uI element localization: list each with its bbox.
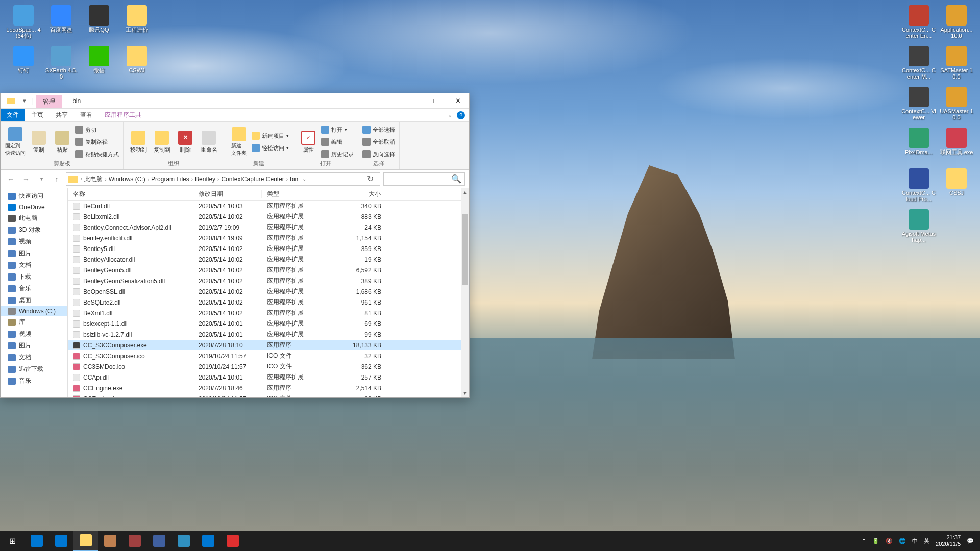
cut-button[interactable]: 剪切: [75, 124, 119, 135]
refresh-button[interactable]: ↻: [363, 174, 378, 184]
sidebar-item[interactable]: 此电脑: [1, 212, 67, 224]
file-row[interactable]: CC_S3CComposer.exe2020/7/28 18:10应用程序18,…: [68, 340, 469, 350]
moveto-button[interactable]: 移动到: [128, 124, 149, 160]
share-tab[interactable]: 共享: [50, 109, 74, 121]
taskbar-app-app2[interactable]: [122, 531, 147, 551]
desktop-icon[interactable]: 微信: [81, 46, 117, 86]
file-row[interactable]: BeCurl.dll2020/5/14 10:03应用程序扩展340 KB: [68, 201, 469, 211]
sidebar-item[interactable]: 桌面: [1, 294, 67, 306]
desktop-icon[interactable]: UASMaster 10.0: [938, 87, 975, 127]
apptools-tab[interactable]: 应用程序工具: [99, 109, 148, 121]
breadcrumb-item[interactable]: ContextCapture Center: [219, 176, 286, 183]
network-icon[interactable]: 🌐: [899, 538, 906, 544]
breadcrumb-item[interactable]: Windows (C:): [107, 176, 148, 183]
file-row[interactable]: BeLibxml2.dll2020/5/14 10:02应用程序扩展883 KB: [68, 211, 469, 222]
selectnone-button[interactable]: 全部取消: [362, 136, 395, 147]
nav-history-button[interactable]: ▾: [35, 173, 47, 185]
desktop-icon[interactable]: CSWJ: [118, 46, 155, 86]
desktop-icon[interactable]: Application... 10.0: [938, 5, 975, 45]
home-tab[interactable]: 主页: [25, 109, 50, 121]
copypath-button[interactable]: 复制路径: [75, 136, 119, 147]
sidebar-item[interactable]: 音乐: [1, 283, 67, 294]
system-tray[interactable]: ⌃ 🔋 🔇 🌐 中 英 21:37 2020/11/5 💬: [862, 534, 980, 547]
file-row[interactable]: CC_S3CComposer.ico2019/10/24 11:57ICO 文件…: [68, 350, 469, 361]
taskbar-app-record[interactable]: [220, 531, 245, 551]
sidebar-item[interactable]: 图片: [1, 247, 67, 259]
help-icon[interactable]: ?: [457, 111, 465, 119]
file-row[interactable]: BeOpenSSL.dll2020/5/14 10:02应用程序扩展1,686 …: [68, 286, 469, 297]
copyto-button[interactable]: 复制到: [151, 124, 173, 160]
invert-button[interactable]: 反向选择: [362, 148, 395, 160]
edit-button[interactable]: 编辑: [321, 136, 354, 147]
tray-expand-icon[interactable]: ⌃: [862, 538, 866, 544]
taskbar-app-app3[interactable]: [147, 531, 172, 551]
file-row[interactable]: CC3SMDoc.ico2019/10/24 11:57ICO 文件362 KB: [68, 361, 469, 372]
column-headers[interactable]: 名称 修改日期 类型 大小: [68, 188, 469, 201]
open-button[interactable]: 打开▾: [321, 124, 354, 135]
file-tab[interactable]: 文件: [1, 109, 25, 121]
sidebar-item[interactable]: 音乐: [1, 375, 67, 387]
file-row[interactable]: CCEngine.exe2020/7/28 18:46应用程序2,514 KB: [68, 383, 469, 393]
pasteshortcut-button[interactable]: 粘贴快捷方式: [75, 148, 119, 160]
desktop-icon[interactable]: ContextC... Cloud Pro...: [900, 168, 937, 208]
properties-button[interactable]: ✓属性: [298, 124, 319, 160]
taskbar-app-app5[interactable]: [196, 531, 220, 551]
desktop-icon[interactable]: 钉钉: [5, 46, 42, 86]
breadcrumb-item[interactable]: Program Files: [149, 176, 191, 183]
desktop-icon[interactable]: LocaSpac... 4 (64位): [5, 5, 42, 45]
file-list[interactable]: BeCurl.dll2020/5/14 10:03应用程序扩展340 KBBeL…: [68, 201, 469, 397]
history-button[interactable]: 历史记录: [321, 148, 354, 160]
pin-button[interactable]: 固定到快速访问: [5, 124, 26, 160]
file-row[interactable]: bsiexcept-1.1.dll2020/5/14 10:01应用程序扩展69…: [68, 318, 469, 329]
sidebar-item[interactable]: OneDrive: [1, 202, 67, 212]
battery-icon[interactable]: 🔋: [872, 538, 879, 544]
taskbar-app-edge[interactable]: [49, 531, 74, 551]
sidebar-item[interactable]: 3D 对象: [1, 224, 67, 236]
sidebar-item[interactable]: 下载: [1, 271, 67, 283]
minimize-button[interactable]: −: [402, 93, 424, 109]
desktop-icon[interactable]: SATMaster 10.0: [938, 46, 975, 86]
sidebar-item[interactable]: 文档: [1, 259, 67, 271]
col-type[interactable]: 类型: [262, 190, 320, 198]
qat-dropdown-icon[interactable]: ▾: [21, 97, 28, 104]
close-button[interactable]: ✕: [447, 93, 469, 109]
file-row[interactable]: bsizlib-vc-1.2.7.dll2020/5/14 10:01应用程序扩…: [68, 329, 469, 340]
maximize-button[interactable]: □: [424, 93, 447, 109]
search-input[interactable]: 🔍: [383, 172, 465, 186]
easyaccess-button[interactable]: 轻松访问▾: [252, 142, 289, 154]
file-row[interactable]: bentley.entliclib.dll2020/8/14 19:09应用程序…: [68, 233, 469, 243]
titlebar[interactable]: ▾ | 管理 bin − □ ✕: [1, 93, 469, 109]
selectall-button[interactable]: 全部选择: [362, 124, 395, 135]
scroll-up-icon[interactable]: ▲: [461, 188, 469, 196]
file-row[interactable]: CCApi.dll2020/5/14 10:01应用程序扩展257 KB: [68, 372, 469, 383]
sidebar-item[interactable]: 快速访问: [1, 190, 67, 202]
ime-mode-1[interactable]: 中: [912, 537, 918, 545]
scroll-down-icon[interactable]: ▼: [461, 389, 469, 397]
notifications-icon[interactable]: 💬: [967, 538, 974, 544]
sidebar-item[interactable]: 视频: [1, 328, 67, 340]
desktop-icon[interactable]: Agisoft Metashap...: [900, 209, 937, 249]
desktop-icon[interactable]: 腾讯QQ: [81, 5, 117, 45]
desktop-icon[interactable]: SXEarth 4.5.0: [43, 46, 80, 86]
paste-button[interactable]: 粘贴: [52, 124, 73, 160]
desktop-icon[interactable]: CSSJ: [938, 168, 975, 208]
sidebar-item[interactable]: 图片: [1, 340, 67, 352]
newfolder-button[interactable]: 新建文件夹: [228, 124, 250, 160]
desktop-icon[interactable]: Pix4Dma...: [900, 128, 937, 167]
file-row[interactable]: BentleyGeom5.dll2020/5/14 10:02应用程序扩展6,5…: [68, 265, 469, 276]
breadcrumb-item[interactable]: bin: [288, 176, 300, 183]
col-name[interactable]: 名称: [68, 190, 193, 198]
breadcrumb-item[interactable]: 此电脑: [82, 176, 105, 183]
desktop-icon[interactable]: 百度网盘: [43, 5, 80, 45]
scroll-thumb[interactable]: [462, 214, 468, 285]
nav-up-button[interactable]: ↑: [51, 173, 63, 185]
sidebar-item[interactable]: Windows (C:): [1, 306, 67, 316]
ime-mode-2[interactable]: 英: [924, 537, 929, 545]
taskbar-app-app1[interactable]: [98, 531, 122, 551]
delete-button[interactable]: ✕删除: [175, 124, 196, 160]
scrollbar-vertical[interactable]: ▲ ▼: [461, 188, 469, 397]
col-size[interactable]: 大小: [320, 190, 386, 198]
manage-context-tab[interactable]: 管理: [36, 95, 62, 108]
file-row[interactable]: BentleyAllocator.dll2020/5/14 10:02应用程序扩…: [68, 254, 469, 265]
taskbar-app-explorer[interactable]: [74, 531, 98, 551]
